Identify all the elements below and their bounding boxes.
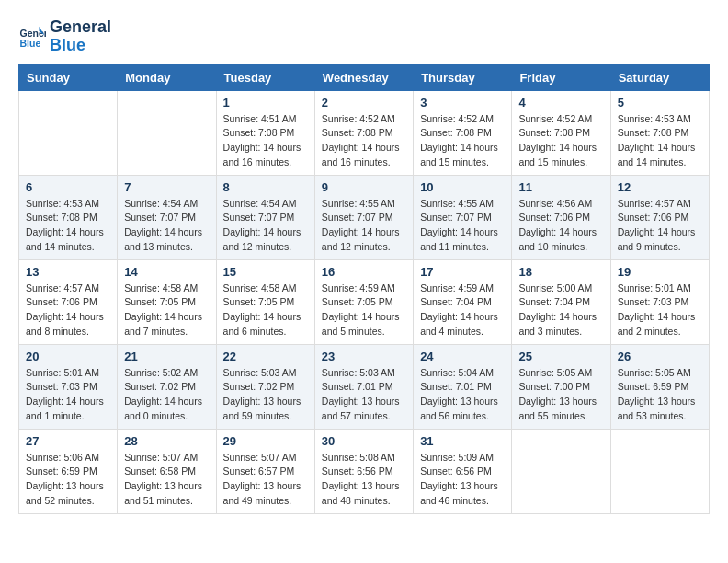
calendar-cell: [19, 90, 118, 175]
day-info: Sunrise: 4:52 AM Sunset: 7:08 PM Dayligh…: [322, 112, 406, 170]
calendar-cell: 3Sunrise: 4:52 AM Sunset: 7:08 PM Daylig…: [414, 90, 512, 175]
day-info: Sunrise: 4:54 AM Sunset: 7:07 PM Dayligh…: [124, 197, 209, 255]
header: General Blue General Blue: [18, 18, 710, 55]
calendar-cell: 12Sunrise: 4:57 AM Sunset: 7:06 PM Dayli…: [610, 175, 709, 259]
calendar-cell: 31Sunrise: 5:09 AM Sunset: 6:56 PM Dayli…: [414, 429, 512, 513]
svg-text:Blue: Blue: [20, 37, 41, 48]
day-number: 6: [26, 180, 110, 194]
day-number: 25: [518, 350, 603, 363]
calendar-cell: 8Sunrise: 4:54 AM Sunset: 7:07 PM Daylig…: [216, 175, 314, 259]
day-info: Sunrise: 4:52 AM Sunset: 7:08 PM Dayligh…: [420, 112, 505, 170]
calendar-cell: 21Sunrise: 5:02 AM Sunset: 7:02 PM Dayli…: [118, 344, 216, 429]
calendar-cell: 26Sunrise: 5:05 AM Sunset: 6:59 PM Dayli…: [610, 344, 709, 429]
calendar-table: SundayMondayTuesdayWednesdayThursdayFrid…: [18, 64, 710, 514]
day-info: Sunrise: 5:04 AM Sunset: 7:01 PM Dayligh…: [420, 366, 505, 424]
day-info: Sunrise: 5:07 AM Sunset: 6:58 PM Dayligh…: [124, 451, 209, 509]
day-number: 31: [420, 434, 505, 448]
calendar-cell: 24Sunrise: 5:04 AM Sunset: 7:01 PM Dayli…: [414, 344, 512, 429]
day-number: 16: [322, 265, 406, 279]
calendar-cell: 25Sunrise: 5:05 AM Sunset: 7:00 PM Dayli…: [512, 344, 610, 429]
day-number: 5: [618, 96, 702, 109]
calendar-cell: 22Sunrise: 5:03 AM Sunset: 7:02 PM Dayli…: [216, 344, 314, 429]
day-number: 19: [618, 265, 702, 279]
calendar-cell: 11Sunrise: 4:56 AM Sunset: 7:06 PM Dayli…: [512, 175, 610, 259]
day-number: 1: [223, 96, 308, 109]
day-number: 12: [618, 180, 702, 194]
day-number: 24: [420, 350, 505, 363]
day-number: 17: [420, 265, 505, 279]
calendar-cell: 4Sunrise: 4:52 AM Sunset: 7:08 PM Daylig…: [512, 90, 610, 175]
day-number: 27: [26, 434, 110, 448]
column-header-wednesday: Wednesday: [314, 64, 413, 90]
calendar-cell: [118, 90, 216, 175]
day-number: 10: [420, 180, 505, 194]
calendar-cell: 19Sunrise: 5:01 AM Sunset: 7:03 PM Dayli…: [610, 259, 709, 344]
logo-text: General Blue: [50, 18, 111, 55]
calendar-cell: 15Sunrise: 4:58 AM Sunset: 7:05 PM Dayli…: [216, 259, 314, 344]
calendar-cell: 18Sunrise: 5:00 AM Sunset: 7:04 PM Dayli…: [512, 259, 610, 344]
calendar-cell: 9Sunrise: 4:55 AM Sunset: 7:07 PM Daylig…: [314, 175, 413, 259]
column-header-thursday: Thursday: [414, 64, 512, 90]
day-info: Sunrise: 4:58 AM Sunset: 7:05 PM Dayligh…: [223, 282, 308, 339]
day-info: Sunrise: 4:58 AM Sunset: 7:05 PM Dayligh…: [124, 282, 209, 339]
calendar-cell: 28Sunrise: 5:07 AM Sunset: 6:58 PM Dayli…: [118, 429, 216, 513]
day-info: Sunrise: 5:01 AM Sunset: 7:03 PM Dayligh…: [618, 282, 702, 339]
calendar-header-row: SundayMondayTuesdayWednesdayThursdayFrid…: [19, 64, 710, 90]
day-info: Sunrise: 5:02 AM Sunset: 7:02 PM Dayligh…: [124, 366, 209, 424]
day-number: 3: [420, 96, 505, 109]
day-info: Sunrise: 5:07 AM Sunset: 6:57 PM Dayligh…: [223, 451, 308, 509]
day-number: 22: [223, 350, 308, 363]
calendar-cell: 5Sunrise: 4:53 AM Sunset: 7:08 PM Daylig…: [610, 90, 709, 175]
column-header-friday: Friday: [512, 64, 610, 90]
day-number: 15: [223, 265, 308, 279]
day-number: 14: [124, 265, 209, 279]
day-info: Sunrise: 4:57 AM Sunset: 7:06 PM Dayligh…: [26, 282, 110, 339]
calendar-cell: 23Sunrise: 5:03 AM Sunset: 7:01 PM Dayli…: [314, 344, 413, 429]
day-number: 21: [124, 350, 209, 363]
calendar-week-row: 27Sunrise: 5:06 AM Sunset: 6:59 PM Dayli…: [19, 429, 710, 513]
calendar-cell: 2Sunrise: 4:52 AM Sunset: 7:08 PM Daylig…: [314, 90, 413, 175]
calendar-cell: 14Sunrise: 4:58 AM Sunset: 7:05 PM Dayli…: [118, 259, 216, 344]
day-info: Sunrise: 4:53 AM Sunset: 7:08 PM Dayligh…: [26, 197, 110, 255]
day-number: 23: [322, 350, 406, 363]
day-number: 20: [26, 350, 110, 363]
day-info: Sunrise: 4:54 AM Sunset: 7:07 PM Dayligh…: [223, 197, 308, 255]
day-info: Sunrise: 5:05 AM Sunset: 7:00 PM Dayligh…: [518, 366, 603, 424]
day-info: Sunrise: 4:57 AM Sunset: 7:06 PM Dayligh…: [618, 197, 702, 255]
calendar-cell: 1Sunrise: 4:51 AM Sunset: 7:08 PM Daylig…: [216, 90, 314, 175]
calendar-cell: [512, 429, 610, 513]
day-number: 30: [322, 434, 406, 448]
calendar-cell: 6Sunrise: 4:53 AM Sunset: 7:08 PM Daylig…: [19, 175, 118, 259]
day-number: 4: [518, 96, 603, 109]
calendar-week-row: 13Sunrise: 4:57 AM Sunset: 7:06 PM Dayli…: [19, 259, 710, 344]
column-header-tuesday: Tuesday: [216, 64, 314, 90]
day-info: Sunrise: 4:51 AM Sunset: 7:08 PM Dayligh…: [223, 112, 308, 170]
day-info: Sunrise: 4:56 AM Sunset: 7:06 PM Dayligh…: [518, 197, 603, 255]
calendar-cell: 7Sunrise: 4:54 AM Sunset: 7:07 PM Daylig…: [118, 175, 216, 259]
calendar-cell: 16Sunrise: 4:59 AM Sunset: 7:05 PM Dayli…: [314, 259, 413, 344]
calendar-cell: 29Sunrise: 5:07 AM Sunset: 6:57 PM Dayli…: [216, 429, 314, 513]
day-number: 8: [223, 180, 308, 194]
day-number: 28: [124, 434, 209, 448]
calendar-week-row: 6Sunrise: 4:53 AM Sunset: 7:08 PM Daylig…: [19, 175, 710, 259]
day-info: Sunrise: 4:53 AM Sunset: 7:08 PM Dayligh…: [618, 112, 702, 170]
day-info: Sunrise: 4:52 AM Sunset: 7:08 PM Dayligh…: [518, 112, 603, 170]
day-info: Sunrise: 5:03 AM Sunset: 7:02 PM Dayligh…: [223, 366, 308, 424]
column-header-sunday: Sunday: [19, 64, 118, 90]
day-info: Sunrise: 4:55 AM Sunset: 7:07 PM Dayligh…: [420, 197, 505, 255]
day-info: Sunrise: 5:01 AM Sunset: 7:03 PM Dayligh…: [26, 366, 110, 424]
calendar-cell: 13Sunrise: 4:57 AM Sunset: 7:06 PM Dayli…: [19, 259, 118, 344]
day-number: 9: [322, 180, 406, 194]
day-info: Sunrise: 5:08 AM Sunset: 6:56 PM Dayligh…: [322, 451, 406, 509]
day-info: Sunrise: 5:09 AM Sunset: 6:56 PM Dayligh…: [420, 451, 505, 509]
day-info: Sunrise: 4:59 AM Sunset: 7:04 PM Dayligh…: [420, 282, 505, 339]
calendar-cell: 27Sunrise: 5:06 AM Sunset: 6:59 PM Dayli…: [19, 429, 118, 513]
day-number: 7: [124, 180, 209, 194]
day-info: Sunrise: 5:06 AM Sunset: 6:59 PM Dayligh…: [26, 451, 110, 509]
logo: General Blue General Blue: [18, 18, 111, 55]
day-number: 18: [518, 265, 603, 279]
day-number: 2: [322, 96, 406, 109]
day-number: 26: [618, 350, 702, 363]
calendar-week-row: 20Sunrise: 5:01 AM Sunset: 7:03 PM Dayli…: [19, 344, 710, 429]
day-info: Sunrise: 4:55 AM Sunset: 7:07 PM Dayligh…: [322, 197, 406, 255]
